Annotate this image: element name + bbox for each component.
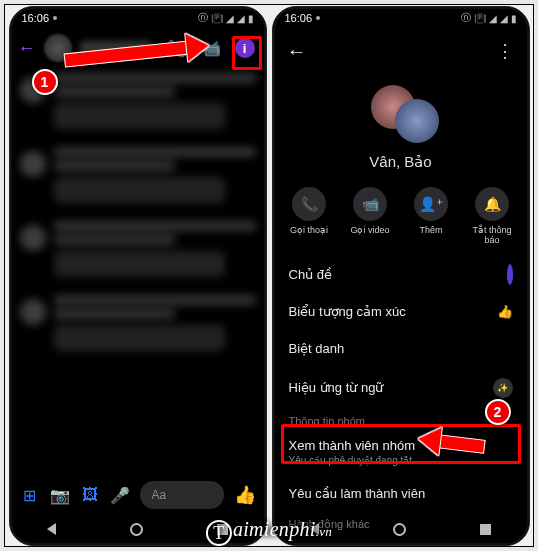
bell-icon: 🔔	[475, 187, 509, 221]
nav-home-icon[interactable]	[130, 523, 143, 536]
thumbs-up-icon[interactable]: 👍	[234, 484, 256, 506]
chat-avatar[interactable]	[44, 34, 72, 62]
back-icon[interactable]: ←	[18, 38, 36, 59]
members-title: Xem thành viên nhóm	[289, 438, 415, 453]
camera-icon[interactable]: 📷	[50, 486, 70, 505]
row-member-request[interactable]: Yêu cầu làm thành viên	[273, 475, 529, 512]
group-avatar[interactable]	[273, 79, 529, 149]
android-navbar	[10, 517, 266, 541]
video-icon[interactable]: 📹	[198, 35, 224, 61]
more-icon[interactable]: ⋮	[496, 40, 515, 62]
info-button[interactable]: i	[232, 35, 258, 61]
video-label: Gọi video	[350, 226, 389, 236]
row-word-effect[interactable]: Hiệu ứng từ ngữ ✨	[273, 367, 529, 409]
chat-title	[80, 41, 152, 55]
phone-left: 16:06 ⓝ 📳 ◢ ◢ ▮ ← 📞 📹 i	[9, 6, 267, 546]
nav-recent-icon[interactable]	[217, 524, 228, 535]
nav-back-icon[interactable]	[47, 523, 56, 535]
mute-label: Tắt thông báo	[466, 226, 518, 246]
nav-home-icon[interactable]	[393, 523, 406, 536]
battery-icon: ▮	[248, 13, 254, 24]
nfc-icon: ⓝ	[461, 11, 471, 25]
apps-icon[interactable]: ⊞	[20, 486, 40, 505]
row-nickname[interactable]: Biệt danh	[273, 330, 529, 367]
group-name: Vân, Bảo	[273, 153, 529, 171]
request-label: Yêu cầu làm thành viên	[289, 486, 426, 501]
row-theme[interactable]: Chủ đề	[273, 256, 529, 293]
gallery-icon[interactable]: 🖼	[80, 486, 100, 504]
video-icon: 📹	[353, 187, 387, 221]
settings-list: Chủ đề Biểu tượng cảm xúc 👍 Biệt danh Hi…	[273, 256, 529, 533]
message-input[interactable]: Aa	[140, 481, 224, 509]
status-bar: 16:06 ⓝ 📳 ◢ ◢ ▮	[273, 7, 529, 29]
chat-body	[10, 67, 266, 485]
nickname-label: Biệt danh	[289, 341, 345, 356]
vibrate-icon: 📳	[211, 13, 223, 24]
nav-recent-icon[interactable]	[480, 524, 491, 535]
theme-label: Chủ đề	[289, 267, 332, 282]
phone-right: 16:06 ⓝ 📳 ◢ ◢ ▮ ← ⋮ Vân, Bảo 📞 Gọi thoại	[272, 6, 530, 546]
action-row: 📞 Gọi thoại 📹 Gọi video 👤⁺ Thêm 🔔 Tắt th…	[279, 187, 523, 246]
word-effect-label: Hiệu ứng từ ngữ	[289, 380, 384, 395]
row-emoji[interactable]: Biểu tượng cảm xúc 👍	[273, 293, 529, 330]
add-label: Thêm	[419, 226, 442, 236]
nav-back-icon[interactable]	[310, 523, 319, 535]
mute-button[interactable]: 🔔 Tắt thông báo	[466, 187, 518, 246]
call-button[interactable]: 📞 Gọi thoại	[283, 187, 335, 246]
video-button[interactable]: 📹 Gọi video	[344, 187, 396, 246]
add-person-icon: 👤⁺	[414, 187, 448, 221]
mic-icon[interactable]: 🎤	[110, 486, 130, 505]
add-button[interactable]: 👤⁺ Thêm	[405, 187, 457, 246]
input-placeholder: Aa	[152, 488, 167, 502]
like-icon: 👍	[497, 304, 513, 319]
status-time: 16:06	[22, 12, 50, 24]
call-icon[interactable]: 📞	[164, 35, 190, 61]
signal2-icon: ◢	[500, 13, 508, 24]
android-navbar	[273, 517, 529, 541]
emoji-label: Biểu tượng cảm xúc	[289, 304, 406, 319]
row-view-members[interactable]: Xem thành viên nhóm Yêu cầu phê duyệt đa…	[273, 429, 529, 475]
status-dot	[316, 16, 320, 20]
detail-header: ← ⋮	[273, 29, 529, 73]
section-group-info: Thông tin nhóm	[273, 409, 529, 429]
status-dot	[53, 16, 57, 20]
input-bar: ⊞ 📷 🖼 🎤 Aa 👍	[10, 475, 266, 515]
signal2-icon: ◢	[237, 13, 245, 24]
sparkle-icon: ✨	[493, 378, 513, 398]
call-label: Gọi thoại	[290, 226, 328, 236]
battery-icon: ▮	[511, 13, 517, 24]
signal-icon: ◢	[489, 13, 497, 24]
status-bar: 16:06 ⓝ 📳 ◢ ◢ ▮	[10, 7, 266, 29]
back-icon[interactable]: ←	[287, 40, 307, 63]
avatar-2	[395, 99, 439, 143]
members-subtitle: Yêu cầu phê duyệt đang tắt	[289, 455, 413, 466]
info-icon: i	[235, 38, 255, 58]
phone-icon: 📞	[292, 187, 326, 221]
chat-header: ← 📞 📹 i	[10, 29, 266, 67]
signal-icon: ◢	[226, 13, 234, 24]
status-time: 16:06	[285, 12, 313, 24]
vibrate-icon: 📳	[474, 13, 486, 24]
theme-ring-icon	[507, 264, 513, 285]
nfc-icon: ⓝ	[198, 11, 208, 25]
